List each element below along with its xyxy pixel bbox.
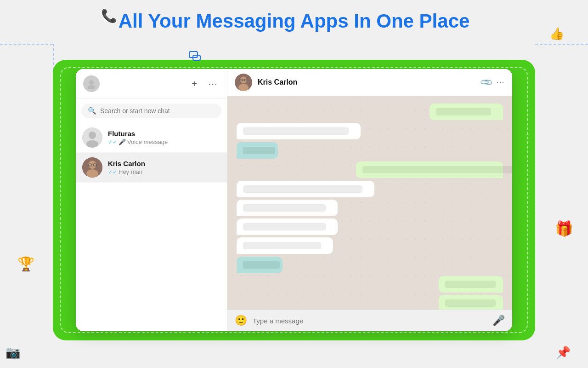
svg-point-6 <box>86 140 98 148</box>
search-input[interactable] <box>100 107 215 115</box>
message-bubble <box>430 104 503 120</box>
chat-header-actions: 📎 ⋯ <box>481 77 505 87</box>
search-bar[interactable]: 🔍 <box>81 104 221 118</box>
mic-icon: 🎤 <box>119 138 126 145</box>
pin-icon: 📌 <box>556 345 571 360</box>
chat-contact-name: Kris Carlon <box>258 78 481 86</box>
chat-preview: ✓✓ Hey man <box>108 168 220 175</box>
chat-input-bar: 🙂 🎤 <box>227 310 512 331</box>
phone-icon: 📞 <box>101 8 117 23</box>
green-frame: + ⋯ 🔍 <box>53 60 535 340</box>
message-bubble <box>237 142 278 159</box>
sidebar-header: + ⋯ <box>76 69 227 99</box>
user-avatar <box>83 75 100 92</box>
message-bubble <box>356 161 503 178</box>
list-item[interactable]: Kris Carlon ✓✓ Hey man <box>76 153 227 183</box>
avatar <box>82 157 102 178</box>
sidebar: + ⋯ 🔍 <box>76 69 227 331</box>
svg-point-3 <box>88 85 95 89</box>
emoji-button[interactable]: 🙂 <box>235 315 247 327</box>
more-options-button[interactable]: ⋯ <box>206 77 220 91</box>
message-bubble <box>237 257 283 273</box>
add-chat-button[interactable]: + <box>187 77 201 91</box>
gift-icon: 🎁 <box>555 220 573 237</box>
chat-info: Fluturas ✓✓ 🎤 Voice message <box>108 130 220 145</box>
dashed-border: + ⋯ 🔍 <box>60 67 528 333</box>
chat-preview: ✓✓ 🎤 Voice message <box>108 138 220 145</box>
messages-area <box>227 96 512 310</box>
camera-icon: 📷 <box>6 345 20 360</box>
svg-point-9 <box>86 169 98 178</box>
page-header: 📞 All Your Messaging Apps In One Place <box>0 0 588 32</box>
microphone-button[interactable]: 🎤 <box>492 315 505 327</box>
chat-more-button[interactable]: ⋯ <box>496 77 505 87</box>
chat-info: Kris Carlon ✓✓ Hey man <box>108 160 220 175</box>
check-icon: ✓✓ <box>108 139 117 145</box>
app-window: + ⋯ 🔍 <box>76 69 512 331</box>
list-item[interactable]: Fluturas ✓✓ 🎤 Voice message <box>76 123 227 153</box>
search-icon: 🔍 <box>88 107 96 115</box>
chat-area: Kris Carlon 📎 ⋯ <box>227 69 512 331</box>
message-bubble <box>237 123 361 139</box>
message-group <box>237 181 374 254</box>
check-icon: ✓✓ <box>108 169 117 175</box>
attachment-icon[interactable]: 📎 <box>479 75 493 89</box>
contact-name: Kris Carlon <box>108 160 220 167</box>
chat-list: Fluturas ✓✓ 🎤 Voice message <box>76 123 227 331</box>
page-title: All Your Messaging Apps In One Place <box>0 10 588 32</box>
contact-name: Fluturas <box>108 130 220 138</box>
avatar <box>82 127 102 148</box>
svg-point-15 <box>238 84 249 91</box>
sidebar-actions: + ⋯ <box>187 77 220 91</box>
message-group-sent <box>439 276 503 310</box>
trophy-icon: 🏆 <box>17 256 34 272</box>
chat-header-avatar <box>235 74 252 91</box>
svg-point-2 <box>89 80 94 85</box>
message-input[interactable] <box>253 317 487 325</box>
chat-bubble-icon <box>188 50 201 65</box>
svg-point-5 <box>89 132 96 139</box>
chat-header: Kris Carlon 📎 ⋯ <box>227 69 512 96</box>
thumbs-up-icon: 👍 <box>549 27 564 41</box>
